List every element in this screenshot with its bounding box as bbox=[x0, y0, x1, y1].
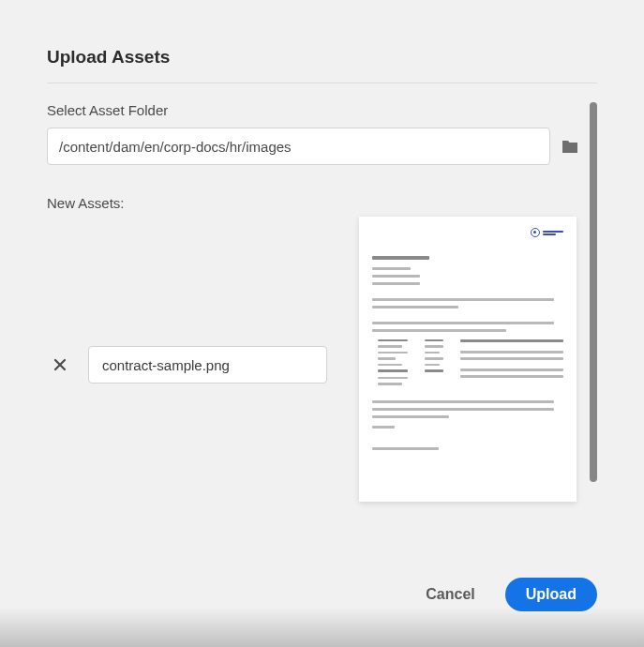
browse-folder-button[interactable] bbox=[560, 136, 580, 157]
scrollbar[interactable] bbox=[590, 102, 597, 482]
new-assets-label: New Assets: bbox=[47, 195, 580, 211]
remove-asset-button[interactable] bbox=[47, 352, 73, 378]
dialog-title: Upload Assets bbox=[47, 47, 597, 68]
folder-row bbox=[47, 128, 580, 165]
folder-path-input[interactable] bbox=[47, 128, 550, 165]
asset-left bbox=[47, 346, 327, 384]
content-area: Select Asset Folder New Assets: bbox=[47, 102, 597, 552]
filename-input[interactable] bbox=[88, 346, 327, 384]
svg-rect-0 bbox=[562, 143, 577, 144]
cancel-button[interactable]: Cancel bbox=[420, 579, 480, 610]
doc-logo bbox=[531, 228, 563, 237]
close-icon bbox=[53, 358, 67, 371]
folder-label: Select Asset Folder bbox=[47, 102, 580, 118]
upload-assets-dialog: Upload Assets Select Asset Folder New As… bbox=[0, 0, 644, 647]
dialog-footer: Cancel Upload bbox=[420, 578, 597, 611]
title-divider bbox=[47, 83, 597, 83]
doc-preview-content bbox=[372, 256, 563, 450]
upload-button[interactable]: Upload bbox=[505, 578, 597, 611]
asset-thumbnail bbox=[359, 217, 577, 502]
folder-icon bbox=[562, 140, 578, 154]
